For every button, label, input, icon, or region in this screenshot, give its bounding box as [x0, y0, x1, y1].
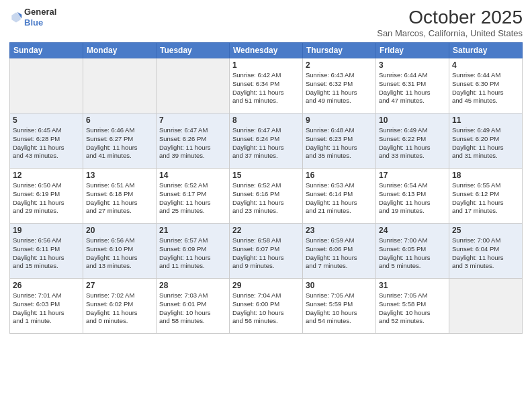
calendar-cell: 31Sunrise: 7:05 AM Sunset: 5:58 PM Dayli… — [376, 279, 449, 334]
day-info: Sunrise: 6:52 AM Sunset: 6:17 PM Dayligh… — [159, 181, 226, 216]
calendar-cell: 9Sunrise: 6:48 AM Sunset: 6:23 PM Daylig… — [303, 113, 376, 169]
day-info: Sunrise: 6:47 AM Sunset: 6:24 PM Dayligh… — [232, 126, 300, 161]
day-info: Sunrise: 7:05 AM Sunset: 5:59 PM Dayligh… — [306, 291, 373, 326]
day-number: 20 — [86, 226, 153, 235]
calendar-cell: 30Sunrise: 7:05 AM Sunset: 5:59 PM Dayli… — [303, 279, 376, 334]
day-info: Sunrise: 6:49 AM Sunset: 6:22 PM Dayligh… — [379, 126, 446, 161]
day-info: Sunrise: 6:55 AM Sunset: 6:12 PM Dayligh… — [452, 181, 519, 216]
weekday-header-sunday: Sunday — [10, 43, 83, 58]
weekday-header-row: SundayMondayTuesdayWednesdayThursdayFrid… — [10, 43, 523, 58]
day-number: 2 — [306, 60, 373, 70]
day-number: 11 — [452, 116, 519, 125]
day-info: Sunrise: 6:53 AM Sunset: 6:14 PM Dayligh… — [306, 181, 373, 216]
calendar-cell: 13Sunrise: 6:51 AM Sunset: 6:18 PM Dayli… — [83, 169, 157, 224]
week-row-1: 1Sunrise: 6:42 AM Sunset: 6:34 PM Daylig… — [10, 58, 523, 113]
weekday-header-tuesday: Tuesday — [157, 43, 230, 58]
day-info: Sunrise: 7:05 AM Sunset: 5:58 PM Dayligh… — [379, 291, 446, 326]
day-number: 22 — [232, 226, 300, 235]
calendar-cell: 26Sunrise: 7:01 AM Sunset: 6:03 PM Dayli… — [10, 279, 83, 334]
logo: General Blue — [9, 7, 56, 28]
calendar-cell: 25Sunrise: 7:00 AM Sunset: 6:04 PM Dayli… — [449, 224, 523, 279]
calendar-cell: 23Sunrise: 6:59 AM Sunset: 6:06 PM Dayli… — [303, 224, 376, 279]
day-number: 6 — [86, 116, 153, 125]
calendar-cell: 14Sunrise: 6:52 AM Sunset: 6:17 PM Dayli… — [157, 169, 230, 224]
day-number: 14 — [159, 171, 226, 180]
day-number: 17 — [379, 171, 446, 180]
calendar-cell: 29Sunrise: 7:04 AM Sunset: 6:00 PM Dayli… — [230, 279, 303, 334]
calendar-cell: 7Sunrise: 6:47 AM Sunset: 6:26 PM Daylig… — [157, 113, 230, 169]
day-info: Sunrise: 6:56 AM Sunset: 6:10 PM Dayligh… — [86, 236, 153, 271]
calendar-cell: 28Sunrise: 7:03 AM Sunset: 6:01 PM Dayli… — [157, 279, 230, 334]
day-info: Sunrise: 6:45 AM Sunset: 6:28 PM Dayligh… — [13, 126, 80, 161]
day-info: Sunrise: 7:00 AM Sunset: 6:04 PM Dayligh… — [452, 236, 519, 271]
day-info: Sunrise: 6:57 AM Sunset: 6:09 PM Dayligh… — [159, 236, 226, 271]
calendar-cell: 21Sunrise: 6:57 AM Sunset: 6:09 PM Dayli… — [157, 224, 230, 279]
day-number: 19 — [13, 226, 80, 235]
calendar-cell: 4Sunrise: 6:44 AM Sunset: 6:30 PM Daylig… — [449, 58, 523, 113]
calendar-cell: 20Sunrise: 6:56 AM Sunset: 6:10 PM Dayli… — [83, 224, 157, 279]
day-number: 12 — [13, 171, 80, 180]
day-info: Sunrise: 6:44 AM Sunset: 6:30 PM Dayligh… — [452, 71, 519, 105]
weekday-header-saturday: Saturday — [449, 43, 523, 58]
day-info: Sunrise: 7:00 AM Sunset: 6:05 PM Dayligh… — [379, 236, 446, 271]
day-number: 25 — [452, 226, 519, 235]
day-info: Sunrise: 6:44 AM Sunset: 6:31 PM Dayligh… — [379, 71, 446, 105]
calendar-cell: 15Sunrise: 6:52 AM Sunset: 6:16 PM Dayli… — [230, 169, 303, 224]
day-number: 30 — [306, 281, 373, 290]
day-number: 8 — [232, 116, 300, 125]
month-title: October 2025 — [377, 7, 523, 28]
day-number: 5 — [13, 116, 80, 125]
day-info: Sunrise: 7:03 AM Sunset: 6:01 PM Dayligh… — [159, 291, 226, 326]
calendar-cell — [83, 58, 157, 113]
day-number: 23 — [306, 226, 373, 235]
day-number: 21 — [159, 226, 226, 235]
day-info: Sunrise: 6:48 AM Sunset: 6:23 PM Dayligh… — [306, 126, 373, 161]
logo-general: General — [24, 7, 56, 17]
day-number: 18 — [452, 171, 519, 180]
day-info: Sunrise: 6:42 AM Sunset: 6:34 PM Dayligh… — [232, 71, 300, 105]
calendar-cell: 22Sunrise: 6:58 AM Sunset: 6:07 PM Dayli… — [230, 224, 303, 279]
calendar-cell: 10Sunrise: 6:49 AM Sunset: 6:22 PM Dayli… — [376, 113, 449, 169]
day-info: Sunrise: 7:04 AM Sunset: 6:00 PM Dayligh… — [232, 291, 300, 326]
day-number: 28 — [159, 281, 226, 290]
calendar-cell — [157, 58, 230, 113]
week-row-4: 19Sunrise: 6:56 AM Sunset: 6:11 PM Dayli… — [10, 224, 523, 279]
day-number: 24 — [379, 226, 446, 235]
calendar-cell: 11Sunrise: 6:49 AM Sunset: 6:20 PM Dayli… — [449, 113, 523, 169]
day-info: Sunrise: 6:51 AM Sunset: 6:18 PM Dayligh… — [86, 181, 153, 216]
title-block: October 2025 San Marcos, California, Uni… — [377, 7, 523, 38]
day-info: Sunrise: 6:56 AM Sunset: 6:11 PM Dayligh… — [13, 236, 80, 271]
calendar-cell — [10, 58, 83, 113]
day-info: Sunrise: 6:59 AM Sunset: 6:06 PM Dayligh… — [306, 236, 373, 271]
day-number: 3 — [379, 60, 446, 70]
day-info: Sunrise: 6:49 AM Sunset: 6:20 PM Dayligh… — [452, 126, 519, 161]
day-info: Sunrise: 6:52 AM Sunset: 6:16 PM Dayligh… — [232, 181, 300, 216]
calendar-cell: 6Sunrise: 6:46 AM Sunset: 6:27 PM Daylig… — [83, 113, 157, 169]
calendar-cell — [449, 279, 523, 334]
day-number: 4 — [452, 60, 519, 70]
logo-blue: Blue — [24, 17, 56, 28]
page-container: General Blue October 2025 San Marcos, Ca… — [0, 0, 532, 411]
day-number: 9 — [306, 116, 373, 125]
calendar-cell: 3Sunrise: 6:44 AM Sunset: 6:31 PM Daylig… — [376, 58, 449, 113]
weekday-header-thursday: Thursday — [303, 43, 376, 58]
weekday-header-friday: Friday — [376, 43, 449, 58]
day-number: 1 — [232, 60, 300, 70]
week-row-2: 5Sunrise: 6:45 AM Sunset: 6:28 PM Daylig… — [10, 113, 523, 169]
day-info: Sunrise: 7:01 AM Sunset: 6:03 PM Dayligh… — [13, 291, 80, 326]
calendar-cell: 27Sunrise: 7:02 AM Sunset: 6:02 PM Dayli… — [83, 279, 157, 334]
day-info: Sunrise: 6:46 AM Sunset: 6:27 PM Dayligh… — [86, 126, 153, 161]
calendar: SundayMondayTuesdayWednesdayThursdayFrid… — [9, 42, 523, 334]
calendar-cell: 5Sunrise: 6:45 AM Sunset: 6:28 PM Daylig… — [10, 113, 83, 169]
day-number: 15 — [232, 171, 300, 180]
day-number: 27 — [86, 281, 153, 290]
calendar-cell: 18Sunrise: 6:55 AM Sunset: 6:12 PM Dayli… — [449, 169, 523, 224]
day-number: 13 — [86, 171, 153, 180]
day-info: Sunrise: 6:54 AM Sunset: 6:13 PM Dayligh… — [379, 181, 446, 216]
location: San Marcos, California, United States — [377, 28, 523, 38]
weekday-header-wednesday: Wednesday — [230, 43, 303, 58]
header: General Blue October 2025 San Marcos, Ca… — [9, 7, 523, 38]
day-number: 29 — [232, 281, 300, 290]
calendar-cell: 8Sunrise: 6:47 AM Sunset: 6:24 PM Daylig… — [230, 113, 303, 169]
day-number: 10 — [379, 116, 446, 125]
